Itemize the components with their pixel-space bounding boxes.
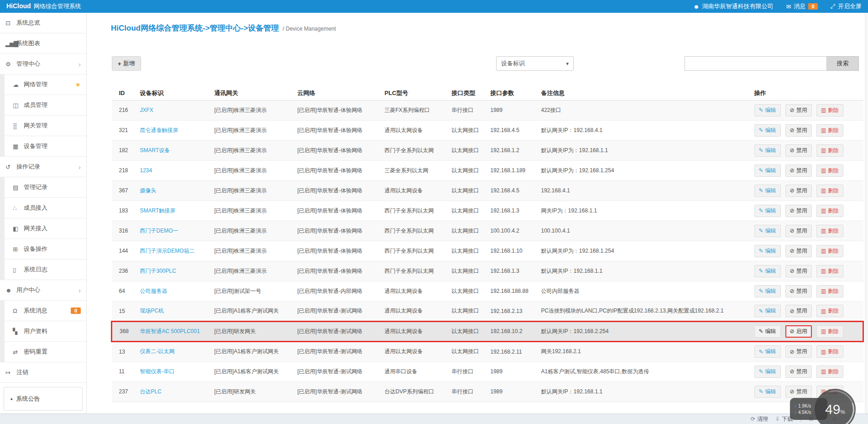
- device-row-11[interactable]: 11 智能仪表-串口 [已启用]A1栋客户测试网关 [已启用]华辰智通-测试网络…: [112, 361, 863, 382]
- sidebar-item-5[interactable]: ⣿ 网关管理: [5, 116, 86, 136]
- device-row-237[interactable]: 237 台达PLC [已启用]研发网关 [已启用]华辰智通-测试网络 台达DVP…: [112, 382, 863, 402]
- sidebar-item-8[interactable]: ▤ 管理记录: [5, 177, 86, 198]
- disable-button[interactable]: ⊘禁用: [785, 104, 812, 117]
- clean-button[interactable]: ⟳ 清理: [751, 415, 768, 423]
- delete-button[interactable]: ▥删除: [816, 124, 843, 137]
- sidebar-item-17[interactable]: ↦ 注销: [0, 362, 86, 383]
- disable-button[interactable]: ⊘禁用: [785, 265, 812, 277]
- delete-button[interactable]: ▥删除: [816, 205, 843, 217]
- messages-menu[interactable]: ✉ 消息 0: [786, 2, 818, 11]
- edit-button[interactable]: ✎编辑: [754, 285, 781, 297]
- disable-button[interactable]: ⊘禁用: [785, 345, 812, 358]
- delete-button[interactable]: ▥删除: [816, 245, 843, 257]
- device-link[interactable]: 西门子300PLC: [140, 268, 176, 274]
- device-link[interactable]: 昆仑通泰触摸屏: [140, 127, 178, 133]
- device-row-64[interactable]: 64 公司服务器 [已启用]测试架一号 [已启用]华辰智通-内部网络 通用以太网…: [112, 281, 863, 301]
- sidebar-item-4[interactable]: ◫ 成员管理: [5, 95, 86, 116]
- sidebar-item-10[interactable]: ◧ 网关接入: [5, 218, 86, 239]
- disable-button[interactable]: ⊘禁用: [785, 124, 812, 137]
- edit-button[interactable]: ✎编辑: [754, 205, 781, 217]
- disable-button[interactable]: ⊘禁用: [785, 225, 812, 237]
- enable-button[interactable]: ⊘启用: [785, 325, 812, 338]
- device-link[interactable]: 现场PC机: [140, 307, 164, 314]
- delete-button[interactable]: ▥删除: [816, 164, 843, 177]
- sidebar-item-16[interactable]: ⇄ 密码重置: [5, 342, 86, 362]
- device-row-182[interactable]: 182 SMART设备 [已启用]株洲三菱演示 [已启用]华辰智通-体验网络 西…: [112, 140, 863, 160]
- delete-button[interactable]: ▥删除: [816, 325, 843, 338]
- delete-button[interactable]: ▥删除: [816, 305, 843, 317]
- sidebar-item-7[interactable]: ↺ 操作记录 ›: [0, 157, 86, 177]
- edit-button[interactable]: ✎编辑: [754, 265, 781, 277]
- device-link[interactable]: 台达PLC: [140, 388, 162, 395]
- device-link[interactable]: 西门子DEMO一: [140, 228, 178, 234]
- sidebar-item-13[interactable]: ☻ 用户中心 ›: [0, 280, 86, 301]
- sidebar-item-3[interactable]: ☁ 网络管理 ★: [5, 74, 86, 95]
- filter-field-select[interactable]: 设备标识 ▾: [496, 56, 574, 71]
- edit-button[interactable]: ✎编辑: [754, 124, 781, 137]
- device-link[interactable]: 西门子演示DEMO箱二: [140, 248, 195, 254]
- sidebar-item-11[interactable]: ⊞ 设备操作: [5, 239, 86, 260]
- edit-button[interactable]: ✎编辑: [754, 104, 781, 117]
- edit-button[interactable]: ✎编辑: [754, 325, 781, 338]
- delete-button[interactable]: ▥删除: [816, 265, 843, 277]
- device-row-316[interactable]: 316 西门子DEMO一 [已启用]株洲三菱演示 [已启用]华辰智通-体验网络 …: [112, 221, 863, 241]
- disable-button[interactable]: ⊘禁用: [785, 164, 812, 177]
- delete-button[interactable]: ▥删除: [816, 185, 843, 197]
- fullscreen-button[interactable]: ⤢ 开启全屏: [831, 2, 862, 11]
- edit-button[interactable]: ✎编辑: [754, 366, 781, 378]
- sidebar-item-2[interactable]: ⚙ 管理中心 ›: [0, 54, 86, 74]
- device-row-216[interactable]: 216 JXFX [已启用]株洲三菱演示 [已启用]华辰智通-体验网络 三菱FX…: [112, 100, 863, 120]
- device-row-13[interactable]: 13 仪表二-以太网 [已启用]A1栋客户测试网关 [已启用]华辰智通-测试网络…: [112, 341, 863, 361]
- delete-button[interactable]: ▥删除: [816, 104, 843, 117]
- device-row-183[interactable]: 183 SMART触摸屏 [已启用]株洲三菱演示 [已启用]华辰智通-体验网络 …: [112, 201, 863, 221]
- device-link[interactable]: 摄像头: [140, 187, 157, 194]
- sidebar-item-15[interactable]: ▚ 用户资料: [5, 321, 86, 342]
- add-device-button[interactable]: + 新增: [112, 56, 141, 71]
- edit-button[interactable]: ✎编辑: [754, 144, 781, 157]
- device-link[interactable]: 智能仪表-串口: [140, 368, 175, 375]
- disable-button[interactable]: ⊘禁用: [785, 205, 812, 217]
- sidebar-item-0[interactable]: ⊡ 系统总览: [0, 13, 86, 33]
- edit-button[interactable]: ✎编辑: [754, 386, 781, 398]
- disable-button[interactable]: ⊘禁用: [785, 386, 812, 398]
- sidebar-item-9[interactable]: ∴ 成员接入: [5, 198, 86, 218]
- sidebar-item-1[interactable]: ▂▅▇ 系统图表: [0, 33, 86, 54]
- delete-button[interactable]: ▥删除: [816, 285, 843, 297]
- device-row-321[interactable]: 321 昆仑通泰触摸屏 [已启用]株洲三菱演示 [已启用]华辰智通-体验网络 通…: [112, 120, 863, 140]
- device-row-144[interactable]: 144 西门子演示DEMO箱二 [已启用]株洲三菱演示 [已启用]华辰智通-体验…: [112, 241, 863, 261]
- edit-button[interactable]: ✎编辑: [754, 164, 781, 177]
- device-row-236[interactable]: 236 西门子300PLC [已启用]株洲三菱演示 [已启用]华辰智通-体验网络…: [112, 261, 863, 281]
- search-input[interactable]: [685, 56, 827, 71]
- device-row-367[interactable]: 367 摄像头 [已启用]株洲三菱演示 [已启用]华辰智通-体验网络 通用以太网…: [112, 180, 863, 201]
- scrollbar-track[interactable]: [865, 13, 868, 413]
- sidebar-item-14[interactable]: Ω 系统消息 0: [5, 301, 86, 321]
- device-link[interactable]: JXFX: [140, 107, 153, 113]
- device-row-218[interactable]: 218 1234 [已启用]株洲三菱演示 [已启用]华辰智通-体验网络 三菱全系…: [112, 160, 863, 180]
- sidebar-item-announcements[interactable]: ▪ 系统公告: [4, 387, 83, 411]
- device-link[interactable]: 1234: [140, 167, 152, 174]
- delete-button[interactable]: ▥删除: [816, 144, 843, 157]
- device-row-15[interactable]: 15 现场PC机 [已启用]A1栋客户测试网关 [已启用]华辰智通-测试网络 通…: [112, 301, 863, 321]
- sidebar-item-12[interactable]: ▯ 系统日志: [5, 260, 86, 280]
- device-link[interactable]: 公司服务器: [140, 288, 167, 294]
- edit-button[interactable]: ✎编辑: [754, 225, 781, 237]
- search-button[interactable]: 搜索: [827, 56, 859, 71]
- edit-button[interactable]: ✎编辑: [754, 305, 781, 317]
- edit-button[interactable]: ✎编辑: [754, 345, 781, 358]
- disable-button[interactable]: ⊘禁用: [785, 245, 812, 257]
- disable-button[interactable]: ⊘禁用: [785, 285, 812, 297]
- delete-button[interactable]: ▥删除: [816, 345, 843, 358]
- device-row-368[interactable]: 368 华辰智通AC 500PLC001 [已启用]研发网关 [已启用]华辰智通…: [112, 321, 863, 341]
- device-link[interactable]: SMART触摸屏: [140, 207, 176, 214]
- delete-button[interactable]: ▥删除: [816, 225, 843, 237]
- device-link[interactable]: 仪表二-以太网: [140, 348, 175, 355]
- device-link[interactable]: SMART设备: [140, 147, 170, 154]
- edit-button[interactable]: ✎编辑: [754, 185, 781, 197]
- device-link[interactable]: 华辰智通AC 500PLC001: [140, 328, 200, 334]
- disable-button[interactable]: ⊘禁用: [785, 144, 812, 157]
- disable-button[interactable]: ⊘禁用: [785, 185, 812, 197]
- disable-button[interactable]: ⊘禁用: [785, 305, 812, 317]
- delete-button[interactable]: ▥删除: [816, 366, 843, 378]
- company-menu[interactable]: ☻ 湖南华辰智通科技有限公司: [693, 2, 774, 11]
- disable-button[interactable]: ⊘禁用: [785, 366, 812, 378]
